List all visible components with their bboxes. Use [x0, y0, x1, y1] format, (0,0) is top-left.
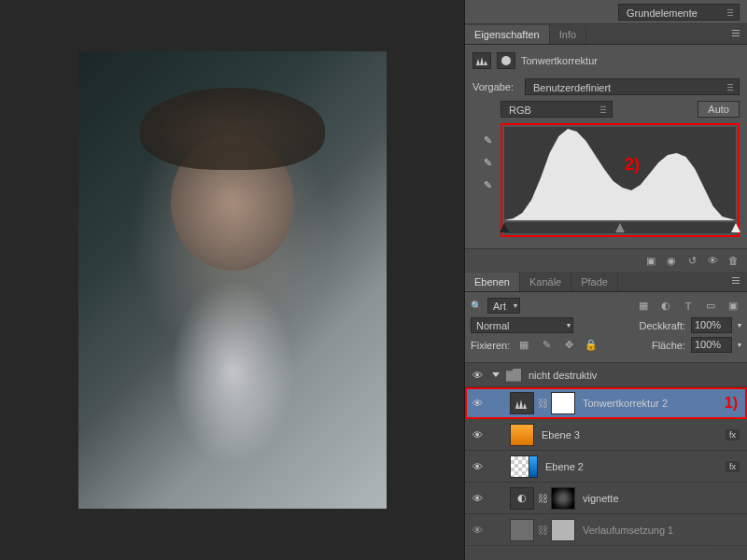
layer-vignette[interactable]: 👁 ◐ ⛓ vignette: [465, 483, 747, 514]
layer-ebene3[interactable]: 👁 Ebene 3 fx: [465, 419, 747, 451]
lock-all-icon[interactable]: 🔒: [583, 338, 599, 353]
options-bar: Grundelemente: [465, 0, 747, 24]
channel-dropdown[interactable]: RGB: [500, 101, 613, 118]
right-panels: Grundelemente Eigenschaften Info Tonwert…: [464, 0, 747, 560]
visibility-toggle[interactable]: 👁: [469, 395, 486, 412]
visibility-toggle[interactable]: 👁: [469, 458, 486, 475]
adjustment-title: Tonwertkorrektur: [521, 55, 598, 66]
layer-group[interactable]: 👁 nicht destruktiv: [465, 363, 747, 387]
levels-histogram[interactable]: 2): [504, 127, 736, 220]
fill-input[interactable]: 100%: [691, 337, 732, 353]
tab-kanaele[interactable]: Kanäle: [520, 273, 571, 291]
fill-label: Fläche:: [652, 340, 685, 351]
eyedropper-white-icon[interactable]: ✎: [480, 177, 495, 192]
preset-dropdown[interactable]: Benutzerdefiniert: [525, 78, 740, 95]
layer-name[interactable]: Ebene 2: [542, 461, 722, 472]
layer-list: 👁 nicht destruktiv 👁 ⛓ Tonwertkorrektur …: [465, 363, 747, 560]
visibility-icon[interactable]: 👁: [704, 253, 721, 268]
collapse-icon[interactable]: [492, 372, 500, 377]
trash-icon[interactable]: 🗑: [725, 253, 741, 268]
visibility-toggle[interactable]: 👁: [469, 427, 486, 443]
properties-footer: ▣ ◉ ↺ 👁 🗑: [465, 248, 747, 272]
visibility-toggle[interactable]: 👁: [469, 367, 486, 384]
layer-mask-thumb[interactable]: [551, 519, 575, 541]
eyedropper-gray-icon[interactable]: ✎: [480, 155, 495, 170]
filter-shape-icon[interactable]: ▭: [702, 299, 719, 314]
lock-transparency-icon[interactable]: ▦: [515, 338, 532, 353]
adjustment-thumb-icon: [510, 392, 534, 414]
opacity-label: Deckkraft:: [639, 320, 685, 331]
tab-info[interactable]: Info: [550, 25, 586, 44]
layer-mask-thumb[interactable]: [551, 392, 575, 414]
gray-point-handle[interactable]: [615, 223, 625, 232]
lock-pixels-icon[interactable]: ✎: [538, 338, 555, 353]
panel-menu-icon[interactable]: [730, 28, 743, 39]
canvas-area[interactable]: [0, 0, 464, 560]
layer-name[interactable]: Ebene 3: [538, 429, 722, 441]
view-previous-icon[interactable]: ◉: [663, 253, 680, 268]
svg-point-0: [501, 56, 511, 65]
layers-menu-icon[interactable]: [730, 275, 743, 287]
fx-badge[interactable]: fx: [726, 461, 740, 472]
layer-thumb-overlay: [529, 455, 538, 478]
histogram-highlight: 2): [500, 123, 740, 237]
layer-mask-thumb[interactable]: [551, 487, 575, 510]
visibility-toggle[interactable]: 👁: [469, 490, 486, 507]
layer-filter-dropdown[interactable]: Art: [487, 298, 520, 314]
layer-tonwertkorrektur[interactable]: 👁 ⛓ Tonwertkorrektur 2 1): [465, 387, 747, 419]
mask-icon: [497, 52, 515, 69]
layer-verlauf[interactable]: 👁 ⛓ Verlaufumsetzung 1: [465, 514, 747, 546]
filter-adjust-icon[interactable]: ◐: [657, 299, 674, 314]
tab-eigenschaften[interactable]: Eigenschaften: [465, 25, 550, 44]
document-image[interactable]: [78, 51, 387, 509]
layer-name[interactable]: nicht destruktiv: [525, 370, 743, 381]
fx-badge[interactable]: fx: [726, 429, 740, 441]
layer-thumb[interactable]: [510, 424, 534, 446]
lock-position-icon[interactable]: ✥: [560, 338, 577, 353]
properties-panel: Tonwertkorrektur Vorgabe: Benutzerdefini…: [465, 45, 747, 248]
layers-tabs: Ebenen Kanäle Pfade: [465, 272, 747, 292]
filter-type-icon[interactable]: T: [680, 299, 697, 314]
properties-tabs: Eigenschaften Info: [465, 24, 747, 45]
layer-name[interactable]: Tonwertkorrektur 2: [579, 398, 721, 409]
annotation-1: 1): [725, 395, 738, 412]
annotation-2: 2): [625, 155, 640, 175]
clip-icon[interactable]: ▣: [642, 253, 659, 268]
visibility-toggle[interactable]: 👁: [469, 522, 486, 539]
auto-button[interactable]: Auto: [698, 101, 740, 118]
opacity-input[interactable]: 100%: [691, 317, 732, 333]
black-point-handle[interactable]: [500, 223, 509, 232]
preset-label: Vorgabe:: [472, 81, 519, 92]
reset-icon[interactable]: ↺: [684, 253, 700, 268]
adjustment-thumb-icon: [510, 519, 534, 541]
layer-name[interactable]: vignette: [579, 493, 743, 504]
tab-pfade[interactable]: Pfade: [571, 273, 618, 291]
folder-icon: [506, 369, 521, 382]
filter-image-icon[interactable]: ▦: [635, 299, 652, 314]
lock-label: Fixieren:: [471, 340, 510, 351]
layer-ebene2[interactable]: 👁 Ebene 2 fx: [465, 451, 747, 483]
layer-name[interactable]: Verlaufumsetzung 1: [579, 525, 743, 536]
link-mask-icon[interactable]: ⛓: [538, 398, 547, 409]
levels-icon: [472, 52, 491, 69]
link-mask-icon[interactable]: ⛓: [538, 525, 547, 536]
workspace-dropdown[interactable]: Grundelemente: [618, 4, 740, 21]
link-mask-icon[interactable]: ⛓: [538, 493, 547, 504]
white-point-handle[interactable]: [731, 223, 740, 232]
filter-smart-icon[interactable]: ▣: [725, 299, 741, 314]
eyedropper-black-icon[interactable]: ✎: [480, 133, 495, 147]
tab-ebenen[interactable]: Ebenen: [465, 273, 520, 291]
adjustment-thumb-icon: ◐: [510, 487, 534, 510]
layers-controls: 🔍 Art ▦ ◐ T ▭ ▣ Normal Deckkraft: 100% ▾…: [465, 292, 747, 363]
input-levels-slider[interactable]: [504, 222, 736, 233]
blend-mode-dropdown[interactable]: Normal: [471, 317, 573, 333]
